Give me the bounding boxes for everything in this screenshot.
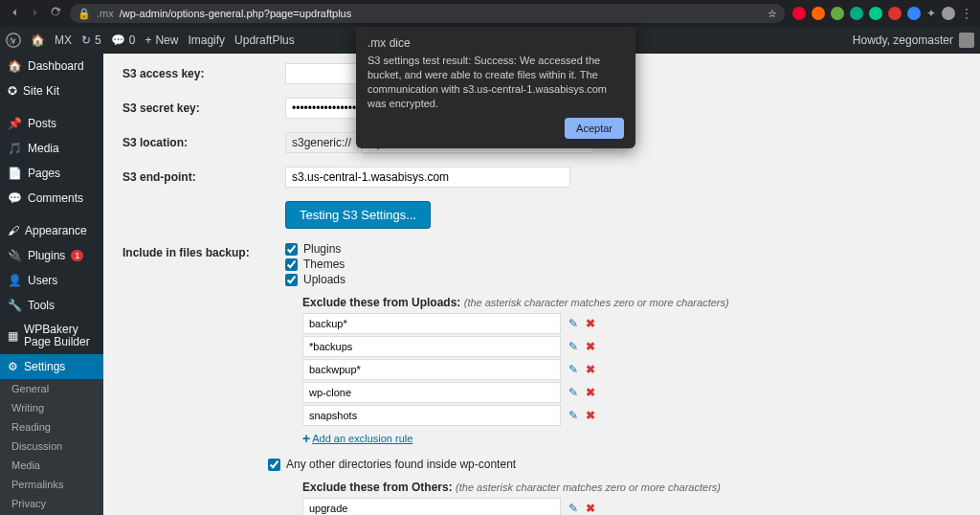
ext-icon[interactable]: [869, 7, 882, 20]
url-bar[interactable]: 🔒 .mx/wp-admin/options-general.php?page=…: [70, 4, 785, 23]
sidebar-item-comments[interactable]: 💬Comments: [0, 186, 103, 211]
exclude-input[interactable]: [302, 313, 561, 334]
updraft-link[interactable]: UpdraftPlus: [234, 34, 295, 47]
users-icon: 👤: [8, 274, 22, 287]
dashboard-icon: 🏠: [8, 59, 22, 73]
exclude-row: ✎✖: [302, 313, 961, 334]
test-s3-button[interactable]: Testing S3 Settings...: [285, 201, 431, 229]
sidebar-item-dashboard[interactable]: 🏠Dashboard: [0, 54, 103, 78]
js-alert: .mx dice S3 settings test result: Succes…: [356, 27, 635, 148]
label-include: Include in files backup:: [122, 242, 285, 515]
ext-icon[interactable]: [907, 7, 921, 20]
ext-icon[interactable]: [792, 7, 806, 20]
plugin-icon: 🔌: [8, 249, 22, 262]
sub-writing[interactable]: Writing: [0, 398, 103, 417]
delete-icon[interactable]: ✖: [586, 363, 595, 376]
sidebar-item-wpbakery[interactable]: ▦WPBakery Page Builder: [0, 318, 103, 354]
sidebar-item-pages[interactable]: 📄Pages: [0, 161, 103, 186]
exclude-input[interactable]: [302, 382, 561, 403]
exclude-input[interactable]: [302, 405, 561, 426]
ext-icon[interactable]: [850, 7, 863, 20]
star-icon[interactable]: ☆: [768, 8, 777, 20]
delete-icon[interactable]: ✖: [586, 409, 595, 422]
admin-sidebar: 🏠Dashboard ✪Site Kit 📌Posts 🎵Media 📄Page…: [0, 54, 103, 515]
add-exclusion-rule[interactable]: +Add an exclusion rule: [302, 431, 412, 446]
comments-link[interactable]: 💬 0: [111, 34, 136, 47]
howdy[interactable]: Howdy, zegomaster: [853, 34, 953, 47]
label-access-key: S3 access key:: [122, 63, 285, 84]
pencil-icon[interactable]: ✎: [568, 317, 578, 330]
cb-themes[interactable]: Themes: [285, 258, 961, 271]
sidebar-item-plugins[interactable]: 🔌Plugins1: [0, 243, 103, 268]
ext-icon[interactable]: [888, 7, 902, 20]
delete-icon[interactable]: ✖: [586, 340, 595, 353]
sidebar-item-appearance[interactable]: 🖌Appearance: [0, 218, 103, 243]
exclude-row: ✎✖: [302, 382, 961, 403]
sidebar-item-sitekit[interactable]: ✪Site Kit: [0, 78, 103, 103]
ext-icon[interactable]: [831, 7, 844, 20]
sub-general[interactable]: General: [0, 379, 103, 398]
updates-link[interactable]: ↻ 5: [81, 34, 101, 47]
plus-icon: +: [302, 431, 310, 446]
delete-icon[interactable]: ✖: [586, 386, 595, 399]
sub-reading[interactable]: Reading: [0, 417, 103, 437]
sub-discussion[interactable]: Discussion: [0, 437, 103, 456]
profile-icon[interactable]: [942, 7, 955, 20]
back-icon[interactable]: [8, 6, 21, 22]
sidebar-item-tools[interactable]: 🔧Tools: [0, 293, 103, 318]
ext-icon[interactable]: [812, 7, 825, 20]
lock-icon: 🔒: [78, 8, 91, 20]
alert-body: S3 settings test result: Success: We acc…: [368, 54, 624, 110]
delete-icon[interactable]: ✖: [586, 502, 595, 515]
sidebar-item-media[interactable]: 🎵Media: [0, 136, 103, 161]
pencil-icon[interactable]: ✎: [568, 409, 578, 422]
cb-anyother[interactable]: Any other directories found inside wp-co…: [268, 458, 961, 471]
tools-icon: 🔧: [8, 299, 22, 312]
browser-toolbar: 🔒 .mx/wp-admin/options-general.php?page=…: [0, 0, 980, 27]
imagify-link[interactable]: Imagify: [188, 34, 225, 47]
cb-plugins[interactable]: Plugins: [285, 242, 961, 256]
exclude-row: ✎✖: [302, 498, 961, 515]
wp-logo-icon[interactable]: [6, 33, 21, 48]
url-host: .mx: [97, 8, 114, 19]
extensions: ✦ ⋮: [792, 7, 972, 20]
alert-ok-button[interactable]: Aceptar: [565, 118, 624, 139]
exclude-row: ✎✖: [302, 336, 961, 357]
s3-endpoint-input[interactable]: [285, 167, 570, 188]
cb-uploads[interactable]: Uploads: [285, 273, 961, 286]
checkbox[interactable]: [285, 243, 298, 256]
sidebar-item-settings[interactable]: ⚙Settings: [0, 354, 103, 379]
sub-permalinks[interactable]: Permalinks: [0, 475, 103, 494]
pencil-icon[interactable]: ✎: [568, 386, 578, 399]
avatar[interactable]: [959, 33, 974, 48]
exclude-input[interactable]: [302, 359, 561, 380]
pencil-icon[interactable]: ✎: [568, 340, 578, 353]
home-icon[interactable]: 🏠: [31, 34, 45, 47]
checkbox[interactable]: [268, 459, 280, 471]
checkbox[interactable]: [285, 258, 298, 271]
sidebar-item-users[interactable]: 👤Users: [0, 268, 103, 293]
reload-icon[interactable]: [50, 6, 62, 21]
new-link[interactable]: + New: [145, 34, 178, 47]
wpb-icon: ▦: [8, 330, 18, 343]
media-icon: 🎵: [8, 142, 22, 155]
comments-icon: 💬: [8, 191, 22, 205]
svg-point-0: [7, 34, 20, 47]
puzzle-icon[interactable]: ✦: [926, 7, 936, 20]
exclude-others-head: Exclude these from Others: (the asterisk…: [302, 481, 961, 494]
sub-media[interactable]: Media: [0, 456, 103, 475]
delete-icon[interactable]: ✖: [586, 317, 595, 330]
forward-icon[interactable]: [29, 6, 42, 22]
sub-privacy[interactable]: Privacy: [0, 494, 103, 513]
exclude-input[interactable]: [302, 336, 561, 357]
url-path: /wp-admin/options-general.php?page=updra…: [120, 8, 351, 19]
exclude-input[interactable]: [302, 498, 561, 515]
update-badge: 1: [71, 250, 83, 261]
menu-icon[interactable]: ⋮: [961, 7, 972, 20]
site-name[interactable]: MX: [55, 34, 72, 47]
sidebar-item-posts[interactable]: 📌Posts: [0, 111, 103, 136]
pencil-icon[interactable]: ✎: [568, 363, 578, 376]
gear-icon: ⚙: [8, 360, 18, 373]
checkbox[interactable]: [285, 274, 298, 286]
pencil-icon[interactable]: ✎: [568, 502, 578, 515]
